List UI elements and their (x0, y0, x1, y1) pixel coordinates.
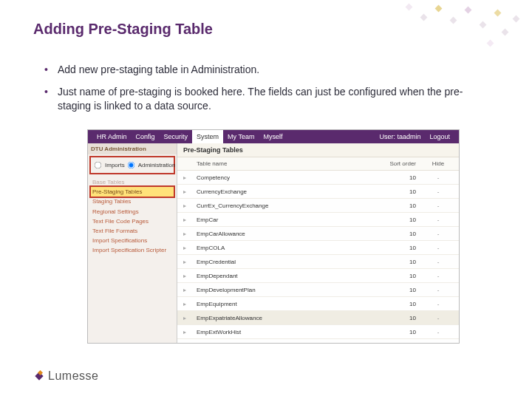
left-header: DTU Administration (88, 143, 177, 154)
table-row[interactable]: ▸CurrEx_CurrencyExchange10- (177, 199, 459, 213)
expand-icon[interactable]: ▸ (183, 343, 197, 344)
cell-sort: 10 (372, 188, 423, 195)
cell-name: CurrencyExchange (197, 188, 372, 195)
expand-icon[interactable]: ▸ (183, 202, 197, 209)
user-label: User: taadmin (375, 133, 425, 140)
expand-icon[interactable]: ▸ (183, 245, 197, 251)
logo-mark-icon (33, 370, 45, 382)
table-row[interactable]: ▸EmpCOLA10- (177, 241, 459, 255)
brand-logo: Lumesse (33, 369, 98, 383)
expand-icon[interactable]: ▸ (183, 231, 197, 237)
menu-hr-admin[interactable]: HR Admin (92, 133, 132, 140)
cell-name: EmpCarAllowance (197, 231, 372, 237)
cell-hide: - (423, 259, 453, 265)
nav-item[interactable]: Text File Code Pages (91, 216, 174, 226)
nav-item[interactable]: Base Tables (91, 177, 174, 187)
table-row[interactable]: ▸EmpForeignServicePremium10- (177, 339, 459, 343)
cell-hide: - (423, 174, 453, 181)
nav-item[interactable]: Text File Formats (91, 226, 174, 236)
cell-sort: 10 (372, 301, 423, 307)
left-panel: DTU Administration Imports Administratio… (88, 143, 177, 343)
expand-icon[interactable]: ▸ (183, 287, 197, 293)
expand-icon[interactable]: ▸ (183, 174, 197, 181)
cell-sort: 10 (372, 216, 423, 223)
cell-hide: - (423, 188, 453, 195)
cell-sort: 10 (372, 329, 423, 335)
menu-system[interactable]: System (192, 130, 223, 143)
logo-text: Lumesse (48, 369, 98, 383)
cell-hide: - (423, 315, 453, 321)
expand-icon[interactable]: ▸ (183, 329, 197, 335)
bullet-item: Add new pre-staging table in Administrat… (44, 63, 488, 78)
cell-sort: 10 (372, 174, 423, 181)
table-row[interactable]: ▸EmpEquipment10- (177, 297, 459, 311)
cell-sort: 10 (372, 259, 423, 265)
nav-item[interactable]: Import Specification Scripter (91, 245, 174, 255)
cell-name: EmpEquipment (197, 301, 372, 307)
menu-myself[interactable]: Myself (259, 133, 287, 140)
table-row[interactable]: ▸EmpCar10- (177, 213, 459, 227)
cell-hide: - (423, 216, 453, 223)
cell-name: EmpCar (197, 216, 372, 223)
cell-sort: 10 (372, 287, 423, 293)
radio-administration-label: Administration (138, 162, 176, 168)
content-panel: Pre-Staging Tables Table name Sort order… (177, 143, 459, 343)
nav-list: Base TablesPre-Staging TablesStaging Tab… (88, 176, 177, 259)
cell-hide: - (423, 301, 453, 307)
cell-name: CurrEx_CurrencyExchange (197, 202, 372, 209)
cell-name: EmpDependant (197, 273, 372, 279)
nav-item[interactable]: Pre-Staging Tables (91, 187, 174, 197)
expand-icon[interactable]: ▸ (183, 273, 197, 279)
app-screenshot: HR Admin Config Security System My Team … (87, 129, 460, 344)
cell-sort: 10 (372, 273, 423, 279)
cell-hide: - (423, 245, 453, 251)
table-row[interactable]: ▸CurrencyExchange10- (177, 185, 459, 199)
breadcrumb: Pre-Staging Tables (177, 143, 459, 157)
col-table-name: Table name (197, 160, 372, 167)
grid-header: Table name Sort order Hide (177, 157, 459, 171)
cell-name: Competency (197, 174, 372, 181)
nav-item[interactable]: Import Specifications (91, 236, 174, 245)
table-row[interactable]: ▸EmpCarAllowance10- (177, 227, 459, 241)
table-row[interactable]: ▸EmpDependant10- (177, 269, 459, 283)
cell-hide: - (423, 329, 453, 335)
cell-name: EmpExtWorkHist (197, 329, 372, 335)
cell-name: EmpForeignServicePremium (197, 343, 372, 344)
bullet-list: Add new pre-staging table in Administrat… (44, 63, 488, 121)
radio-imports[interactable] (95, 162, 102, 169)
table-row[interactable]: ▸EmpExpatriateAllowance10- (177, 311, 459, 325)
logout-link[interactable]: Logout (425, 133, 454, 140)
table-row[interactable]: ▸EmpCredential10- (177, 255, 459, 269)
table-row[interactable]: ▸EmpExtWorkHist10- (177, 325, 459, 339)
cell-name: EmpCOLA (197, 245, 372, 251)
bullet-item: Just name of pre-staging is booked here.… (44, 85, 488, 114)
grid-rows: ▸Competency10-▸CurrencyExchange10-▸CurrE… (177, 171, 459, 343)
menu-myteam[interactable]: My Team (223, 133, 259, 140)
cell-hide: - (423, 287, 453, 293)
expand-icon[interactable]: ▸ (183, 315, 197, 321)
expand-icon[interactable]: ▸ (183, 188, 197, 195)
cell-hide: - (423, 231, 453, 237)
cell-hide: - (423, 273, 453, 279)
radio-administration[interactable] (127, 162, 134, 169)
menu-security[interactable]: Security (160, 133, 193, 140)
radio-imports-label: Imports (105, 162, 125, 168)
cell-sort: 10 (372, 202, 423, 209)
expand-icon[interactable]: ▸ (183, 216, 197, 223)
slide-title: Adding Pre-Staging Table (33, 21, 213, 38)
col-sort-order: Sort order (372, 160, 423, 167)
cell-sort: 10 (372, 315, 423, 321)
cell-hide: - (423, 343, 453, 344)
expand-icon[interactable]: ▸ (183, 301, 197, 307)
menu-config[interactable]: Config (132, 133, 160, 140)
expand-icon[interactable]: ▸ (183, 259, 197, 265)
nav-item[interactable]: Regional Settings (91, 207, 174, 216)
table-row[interactable]: ▸Competency10- (177, 171, 459, 185)
cell-name: EmpDevelopmentPlan (197, 287, 372, 293)
nav-item[interactable]: Staging Tables (91, 197, 174, 206)
mode-radio-group: Imports Administration (89, 156, 175, 174)
cell-hide: - (423, 202, 453, 209)
table-row[interactable]: ▸EmpDevelopmentPlan10- (177, 283, 459, 297)
col-hide: Hide (423, 160, 453, 167)
app-topbar: HR Admin Config Security System My Team … (88, 130, 459, 143)
